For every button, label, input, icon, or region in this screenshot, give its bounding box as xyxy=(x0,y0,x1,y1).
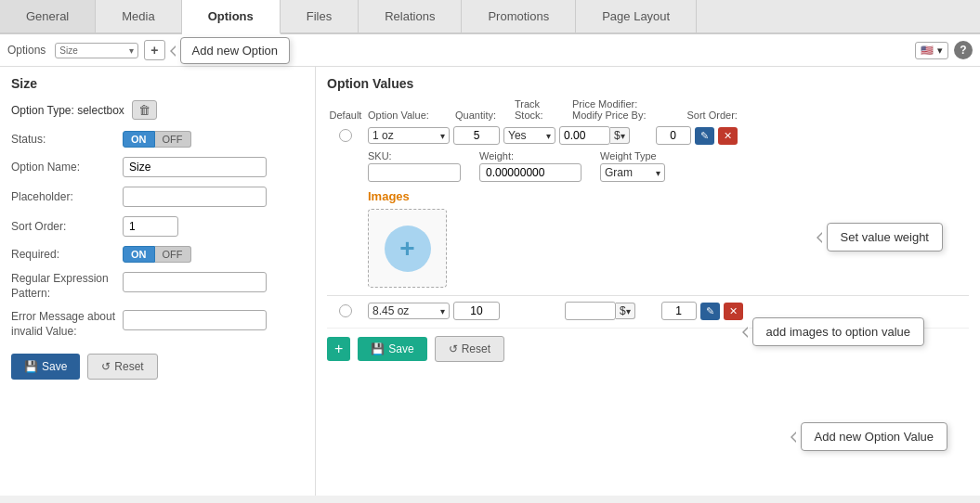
row2-chevron: ▾ xyxy=(440,306,445,316)
weight-input[interactable] xyxy=(479,163,581,182)
required-toggle[interactable]: ON OFF xyxy=(123,246,191,263)
row2-edit-button[interactable]: ✎ xyxy=(700,303,720,320)
left-reset-button[interactable]: ↺ Reset xyxy=(87,354,157,380)
row1-edit-button[interactable]: ✎ xyxy=(695,127,714,145)
row1-price-input[interactable] xyxy=(559,126,610,145)
row1-delete-button[interactable]: ✕ xyxy=(718,127,738,145)
callout-weight-arrow-inner xyxy=(818,233,823,242)
row1-sort-input[interactable] xyxy=(656,126,691,145)
option-name-label: Option Name: xyxy=(11,161,123,174)
row1-radio[interactable] xyxy=(339,129,352,142)
option-type-row: Option Type: selectbox 🗑 xyxy=(11,100,304,120)
tab-promotions[interactable]: Promotions xyxy=(462,0,576,32)
option-type-label: Option Type: selectbox xyxy=(11,104,124,117)
placeholder-label: Placeholder: xyxy=(11,190,123,203)
tab-page-layout[interactable]: Page Layout xyxy=(576,0,697,32)
placeholder-input[interactable] xyxy=(123,187,267,207)
left-bottom-buttons: 💾 Save ↺ Reset xyxy=(11,354,304,380)
tab-files[interactable]: Files xyxy=(281,0,359,32)
row2-value-select[interactable]: 8.45 oz ▾ xyxy=(368,303,450,319)
status-toggle[interactable]: ON OFF xyxy=(123,131,191,148)
right-panel: Option Values Default Option Value: Quan… xyxy=(316,67,980,496)
tab-general[interactable]: General xyxy=(0,0,96,32)
status-label: Status: xyxy=(11,133,123,146)
row2-price-input[interactable] xyxy=(565,302,616,320)
regex-input[interactable] xyxy=(123,272,267,292)
error-msg-input[interactable] xyxy=(123,310,267,330)
weight-label: Weight: xyxy=(479,150,581,161)
delete-option-button[interactable]: 🗑 xyxy=(132,100,157,120)
row2-radio[interactable] xyxy=(339,304,352,317)
required-label: Required: xyxy=(11,248,123,261)
row2-quantity-input[interactable] xyxy=(453,302,500,320)
plus-icon: + xyxy=(399,234,414,264)
row1-value-select[interactable]: 1 oz ▾ xyxy=(368,127,450,144)
images-title: Images xyxy=(368,189,969,203)
row1-track-chevron: ▾ xyxy=(546,131,551,141)
add-option-button[interactable]: + xyxy=(144,40,164,60)
row1-symbol-select[interactable]: $ ▾ xyxy=(610,127,630,144)
row1-symbol: $ xyxy=(614,129,621,142)
flag-chevron: ▾ xyxy=(937,45,943,57)
row2-delete-button[interactable]: ✕ xyxy=(724,303,743,320)
flag-button[interactable]: 🇺🇸 ▾ xyxy=(915,42,948,59)
callout-add-ov: Add new Option Value xyxy=(801,422,947,451)
weight-group: Weight: xyxy=(479,150,581,182)
tab-relations[interactable]: Relations xyxy=(359,0,462,32)
help-button[interactable]: ? xyxy=(954,41,973,59)
price-modifier-header: Price Modifier: xyxy=(572,98,646,110)
status-row: Status: ON OFF xyxy=(11,131,304,148)
row1-symbol-chevron: ▾ xyxy=(621,131,625,141)
row1-value-text: 1 oz xyxy=(372,129,440,142)
required-on[interactable]: ON xyxy=(123,246,155,263)
row1-track-select[interactable]: Yes ▾ xyxy=(503,127,555,144)
sku-label: SKU: xyxy=(368,150,461,161)
right-save-label: Save xyxy=(388,342,413,355)
right-save-button[interactable]: 💾 Save xyxy=(358,337,426,361)
left-panel: Size Option Type: selectbox 🗑 Status: ON… xyxy=(0,67,316,496)
sort-order-row: Sort Order: xyxy=(11,216,304,237)
options-select[interactable]: Size ▾ xyxy=(55,43,138,58)
status-off[interactable]: OFF xyxy=(155,131,191,148)
callout-arrow-left-inner xyxy=(172,46,176,56)
col-quantity: Quantity: xyxy=(455,110,511,121)
weight-type-label: Weight Type xyxy=(600,150,665,161)
row2-sort-input[interactable] xyxy=(661,302,697,320)
sku-weight-row: SKU: Weight: Weight Type Gram ▾ xyxy=(327,150,969,182)
regex-label: Regular Expression Pattern: xyxy=(11,272,123,301)
add-image-button[interactable]: + xyxy=(368,209,447,288)
ov-column-headers: Default Option Value: Quantity: Track St… xyxy=(327,98,969,123)
row1-quantity-input[interactable] xyxy=(453,126,500,145)
save-label: Save xyxy=(42,360,67,373)
callout-add-ov-text: Add new Option Value xyxy=(815,430,934,444)
status-on[interactable]: ON xyxy=(123,131,155,148)
add-option-value-button[interactable]: + xyxy=(327,337,350,361)
weight-type-select[interactable]: Gram ▾ xyxy=(600,163,665,182)
divider xyxy=(327,295,969,296)
callout-ov-arrow-inner xyxy=(792,432,797,442)
left-section-title: Size xyxy=(11,76,304,91)
save-icon: 💾 xyxy=(24,360,38,373)
sku-group: SKU: xyxy=(368,150,461,182)
callout-add-images-text: add images to option value xyxy=(766,325,910,339)
option-name-input[interactable] xyxy=(123,157,267,177)
sku-input[interactable] xyxy=(368,163,461,182)
col-sort-order: Sort Order: xyxy=(686,110,737,121)
row1-chevron: ▾ xyxy=(440,131,445,141)
options-label: Options xyxy=(7,44,46,57)
right-reset-button[interactable]: ↺ Reset xyxy=(435,336,504,362)
weight-type-chevron: ▾ xyxy=(656,168,660,178)
required-off[interactable]: OFF xyxy=(155,246,191,263)
tab-media[interactable]: Media xyxy=(96,0,181,32)
row2-symbol-chevron: ▾ xyxy=(626,306,631,316)
left-save-button[interactable]: 💾 Save xyxy=(11,354,80,380)
regex-row: Regular Expression Pattern: xyxy=(11,272,304,301)
tab-options[interactable]: Options xyxy=(182,0,281,34)
row2-symbol: $ xyxy=(620,304,626,317)
flag-icon: 🇺🇸 xyxy=(921,45,934,57)
error-msg-label: Error Message about invalid Value: xyxy=(11,310,123,339)
row2-symbol-select[interactable]: $ ▾ xyxy=(616,303,635,319)
callout-set-weight-text: Set value weight xyxy=(841,230,929,244)
sort-order-input[interactable] xyxy=(123,216,178,237)
col-track-stock: Track Stock: xyxy=(515,98,568,121)
